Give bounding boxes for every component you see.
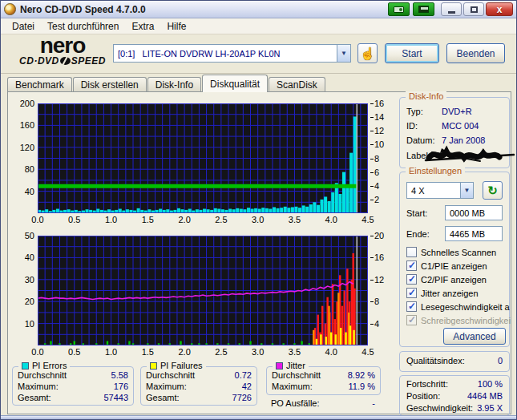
progress-group: Fortschritt: 100 % Position: 4464 MB Ges… <box>399 375 510 416</box>
checkbox-icon <box>406 247 417 257</box>
eject-button[interactable]: ☝ <box>357 43 378 63</box>
disk-info-title: Disk-Info <box>406 91 446 101</box>
refresh-icon: ↻ <box>487 184 498 198</box>
disk-label-label: Label: <box>406 151 430 160</box>
maximize-button[interactable] <box>463 2 484 16</box>
stat-label: Durchschnitt <box>272 370 321 380</box>
minimize-icon <box>448 11 455 14</box>
checkbox-jitter-anzeigen[interactable]: Jitter anzeigen <box>406 288 479 298</box>
window-controls: x <box>441 2 513 16</box>
checkbox-label: Schnelles Scannen <box>421 248 496 257</box>
menu-test-durchfuehren[interactable]: Test durchführen <box>41 19 125 34</box>
stat-value: 42 <box>242 382 252 391</box>
menu-datei[interactable]: Datei <box>6 19 41 34</box>
checkbox-icon <box>406 274 417 285</box>
quality-index-value: 0 <box>498 356 503 365</box>
close-button[interactable]: x <box>486 2 513 16</box>
pi-failures-swatch <box>150 362 157 370</box>
position-label: Position: <box>406 391 440 401</box>
beenden-button[interactable]: Beenden <box>446 43 505 63</box>
stat-value: 0.72 <box>235 370 252 380</box>
checkbox-label: C1/PIE anzeigen <box>421 261 487 271</box>
tab-strip: Benchmark Disk erstellen Disk-Info Diskq… <box>7 75 326 92</box>
fortschritt-label: Fortschritt: <box>406 379 448 389</box>
capture-save-button[interactable] <box>413 2 434 16</box>
disk-info-group: Disk-Info Typ: DVD+R ID: MCC 004 Datum: … <box>399 97 510 168</box>
disc-icon <box>60 57 71 65</box>
pi-failures-stats-group: PI Failures Durchschnitt 0.72 Maximum: 4… <box>140 366 257 406</box>
start-mb-field[interactable]: 0000 MB <box>445 205 503 220</box>
app-icon <box>4 3 16 15</box>
tab-scandisk[interactable]: ScanDisk <box>269 77 325 92</box>
checkbox-icon <box>406 315 417 325</box>
camera-icon <box>394 6 404 13</box>
stat-label: Durchschnitt <box>18 370 67 380</box>
tab-disk-info[interactable]: Disk-Info <box>147 77 201 92</box>
refresh-button[interactable]: ↻ <box>483 181 503 200</box>
stat-label: Maximum: <box>146 382 187 391</box>
jitter-pif-chart <box>38 236 368 345</box>
toolbar: nero CD·DVD SPEED [0:1] LITE-ON DVDRW LH… <box>1 34 516 74</box>
window-bottom-edge <box>1 415 516 419</box>
ende-mb-label: Ende: <box>406 229 430 239</box>
pi-errors-swatch <box>22 362 29 370</box>
drive-select[interactable]: [0:1] LITE-ON DVDRW LH-20A1P KL0N ▼ <box>113 44 351 63</box>
speed-select[interactable]: 4 X ▼ <box>406 182 474 199</box>
stat-label: Maximum: <box>18 382 59 391</box>
checkbox-schnelles-scannen[interactable]: Schnelles Scannen <box>406 247 496 257</box>
settings-group: Einstellungen 4 X ▼ ↻ Start: 0000 MB End… <box>399 172 510 347</box>
pi-failures-title: PI Failures <box>160 361 203 370</box>
tab-diskqualitaet[interactable]: Diskqualität <box>202 75 268 92</box>
settings-title: Einstellungen <box>406 166 465 176</box>
quality-index-label: Qualitätsindex: <box>406 356 465 365</box>
checkbox-label: Lesegeschwindigkeit a <box>421 302 510 312</box>
disk-typ-value: DVD+R <box>442 107 472 116</box>
logo-cd-text: CD·DVD <box>19 55 59 67</box>
checkbox-icon <box>406 288 417 298</box>
nero-logo: nero CD·DVD SPEED <box>15 36 110 67</box>
app-window: Nero CD-DVD Speed 4.7.0.0 x Datei Test d… <box>0 0 517 420</box>
nero-logo-text: nero <box>15 36 110 55</box>
ende-mb-field[interactable]: 4465 MB <box>445 226 503 241</box>
stat-value: 8.92 % <box>348 370 375 380</box>
menu-hilfe[interactable]: Hilfe <box>160 19 192 34</box>
position-value: 4464 MB <box>467 391 503 401</box>
checkbox-icon <box>406 301 417 312</box>
pi-errors-title: PI Errors <box>32 361 67 370</box>
tab-disk-erstellen[interactable]: Disk erstellen <box>73 77 147 92</box>
advanced-button[interactable]: Advanced <box>443 328 506 345</box>
quality-index-group: Qualitätsindex: 0 <box>399 351 510 372</box>
disk-typ-label: Typ: <box>406 107 423 116</box>
stat-value: 57443 <box>103 393 128 402</box>
tab-benchmark[interactable]: Benchmark <box>7 77 72 92</box>
minimize-button[interactable] <box>441 2 462 16</box>
logo-speed-text: SPEED <box>71 55 106 67</box>
capture-camera-button[interactable] <box>388 2 410 16</box>
start-button[interactable]: Start <box>385 43 439 63</box>
checkbox-c1-pie-anzeigen[interactable]: C1/PIE anzeigen <box>406 260 487 271</box>
chevron-down-icon[interactable]: ▼ <box>337 45 350 62</box>
checkbox-c2-pif-anzeigen[interactable]: C2/PIF anzeigen <box>406 274 487 285</box>
checkbox-lesegeschwindigkeit[interactable]: Lesegeschwindigkeit a <box>406 301 510 312</box>
maximize-icon <box>471 6 478 13</box>
stat-label: Durchschnitt <box>146 370 195 380</box>
geschwindigkeit-label: Geschwindigkeit: <box>406 403 473 413</box>
jitter-swatch <box>276 362 283 370</box>
drive-select-value: [0:1] LITE-ON DVDRW LH-20A1P KL0N <box>114 49 337 59</box>
jitter-stats-group: Jitter Durchschnitt 8.92 % Maximum: 11.9… <box>266 366 381 395</box>
pi-errors-stats-group: PI Errors Durchschnitt 5.58 Maximum: 176… <box>12 366 134 406</box>
stat-value: 176 <box>114 382 128 391</box>
stat-value: 5.58 <box>111 370 128 380</box>
hand-icon: ☝ <box>360 46 375 61</box>
title-bar: Nero CD-DVD Speed 4.7.0.0 x <box>1 1 516 18</box>
close-icon: x <box>497 5 503 14</box>
stat-label: Gesamt: <box>146 393 180 402</box>
checkbox-icon <box>406 260 417 271</box>
menu-extra[interactable]: Extra <box>125 19 160 34</box>
start-mb-label: Start: <box>406 208 427 218</box>
checkbox-label: C2/PIF anzeigen <box>421 275 487 285</box>
po-ausfaelle-value: - <box>271 398 375 408</box>
disk-id-value: MCC 004 <box>442 121 479 131</box>
chevron-down-icon[interactable]: ▼ <box>460 183 473 198</box>
disk-datum-label: Datum: <box>406 135 434 145</box>
